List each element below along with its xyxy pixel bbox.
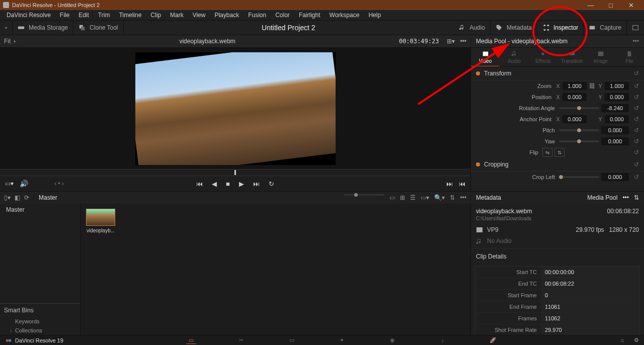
menu-clip[interactable]: Clip: [146, 12, 166, 19]
zoom-x-input[interactable]: 1.000: [562, 82, 587, 90]
view-grid-icon[interactable]: ⊞: [400, 194, 405, 201]
end-frame-value[interactable]: 11061: [541, 301, 639, 312]
menu-playback[interactable]: Playback: [210, 12, 244, 19]
loop-button[interactable]: ↻: [269, 180, 274, 188]
cropleft-reset[interactable]: ↺: [634, 174, 639, 181]
volume-icon[interactable]: 🔊: [20, 180, 28, 188]
shot-fps-value[interactable]: 29.970: [541, 324, 639, 335]
tab-audio[interactable]: Audio: [500, 48, 528, 66]
first-frame-button[interactable]: ⏮: [196, 180, 203, 188]
inspector-options-icon[interactable]: •••: [632, 38, 639, 45]
transform-section-header[interactable]: Transform ↺: [471, 67, 644, 80]
tab-video[interactable]: Video: [471, 48, 500, 66]
bin-master[interactable]: Master: [0, 204, 80, 216]
tab-effects[interactable]: Effects: [529, 48, 557, 66]
refresh-icon[interactable]: ⟳: [24, 194, 29, 201]
close-button[interactable]: ✕: [621, 2, 641, 9]
page-fusion[interactable]: ✦: [337, 337, 347, 344]
scrub-bar[interactable]: [0, 169, 470, 176]
thumb-size-slider[interactable]: [344, 194, 384, 196]
search-icon[interactable]: 🔍▾: [434, 194, 445, 201]
play-button[interactable]: ▶: [239, 180, 244, 188]
rotation-input[interactable]: -8.240: [601, 104, 629, 112]
reset-icon[interactable]: ↺: [634, 70, 639, 77]
settings-icon[interactable]: ⚙: [634, 337, 639, 343]
crop-reset-icon[interactable]: ↺: [634, 161, 639, 168]
inspector-toggle[interactable]: Inspector: [537, 21, 584, 35]
menu-trim[interactable]: Trim: [94, 12, 115, 19]
menu-fusion[interactable]: Fusion: [244, 12, 271, 19]
cropping-enable-dot[interactable]: [476, 162, 480, 166]
pos-x-input[interactable]: 0.000: [562, 93, 587, 101]
maximize-button[interactable]: □: [601, 2, 621, 9]
home-icon[interactable]: ⌂: [620, 337, 624, 343]
timecode-mode-icon[interactable]: ⊞▾: [447, 38, 455, 45]
pitch-reset[interactable]: ↺: [634, 127, 639, 134]
smart-bin-keywords[interactable]: Keywords: [0, 317, 80, 326]
pitch-slider[interactable]: [559, 129, 599, 131]
breadcrumb-master[interactable]: Master: [33, 194, 62, 201]
metadata-toggle[interactable]: Metadata: [491, 21, 537, 35]
sort-meta-icon[interactable]: ⇅: [634, 194, 639, 201]
expand-button[interactable]: ▾: [0, 21, 13, 35]
capture-toggle[interactable]: Capture: [584, 21, 627, 35]
start-tc-value[interactable]: 00:00:00:00: [541, 267, 639, 278]
fullscreen-button[interactable]: [627, 21, 644, 35]
page-edit[interactable]: ▭: [287, 337, 297, 344]
tab-transition[interactable]: Transition: [557, 48, 586, 66]
view-list-icon[interactable]: ☰: [410, 194, 416, 201]
zoom-y-input[interactable]: 1.000: [605, 82, 629, 90]
menu-mark[interactable]: Mark: [166, 12, 188, 19]
viewer-options-icon[interactable]: •••: [460, 38, 466, 45]
frames-value[interactable]: 11062: [541, 313, 639, 324]
menu-file[interactable]: File: [55, 12, 74, 19]
zoom-fit-dropdown[interactable]: Fit ▾: [0, 38, 20, 45]
yaw-slider[interactable]: [559, 140, 599, 142]
pin-icon[interactable]: ◧: [15, 194, 20, 201]
tab-file[interactable]: File: [615, 48, 644, 66]
menu-timeline[interactable]: Timeline: [114, 12, 146, 19]
menu-help[interactable]: Help: [364, 12, 385, 19]
zoom-reset[interactable]: ↺: [634, 82, 639, 90]
clip-item[interactable]: videoplayb...: [86, 209, 116, 233]
crop-left-input[interactable]: 0.000: [601, 173, 629, 181]
clone-tool-toggle[interactable]: Clone Tool: [73, 21, 123, 35]
viewer-canvas[interactable]: [0, 48, 470, 169]
page-media[interactable]: ▭: [186, 337, 196, 344]
menu-color[interactable]: Color: [271, 12, 294, 19]
bin-view-icon[interactable]: ▯▾: [4, 194, 11, 201]
anchor-x-input[interactable]: 0.000: [562, 115, 587, 123]
page-fairlight[interactable]: ♪: [438, 337, 448, 344]
page-deliver[interactable]: 🚀: [488, 337, 498, 344]
rot-reset[interactable]: ↺: [634, 105, 639, 112]
media-pool[interactable]: videoplayb...: [80, 204, 470, 335]
audio-toggle[interactable]: Audio: [453, 21, 491, 35]
meta-options-icon[interactable]: •••: [622, 194, 629, 201]
menu-view[interactable]: View: [188, 12, 210, 19]
pos-y-input[interactable]: 0.000: [605, 93, 629, 101]
anchor-y-input[interactable]: 0.000: [605, 115, 629, 123]
flip-v-button[interactable]: ⇅: [554, 148, 565, 157]
smart-bins-header[interactable]: Smart Bins: [0, 303, 80, 317]
pitch-input[interactable]: 0.000: [601, 126, 629, 134]
options-icon[interactable]: •••: [460, 194, 466, 201]
flip-reset[interactable]: ↺: [634, 149, 639, 156]
rotation-slider[interactable]: [559, 107, 599, 109]
start-frame-value[interactable]: 0: [541, 290, 639, 301]
stop-button[interactable]: ■: [226, 180, 230, 188]
view-filmstrip-icon[interactable]: ▭: [389, 194, 395, 201]
yaw-input[interactable]: 0.000: [601, 137, 629, 145]
viewer-timecode[interactable]: 00:03:49:23: [395, 38, 443, 45]
anchor-reset[interactable]: ↺: [634, 116, 639, 123]
next-frame-button[interactable]: ⏭: [253, 180, 260, 188]
menu-edit[interactable]: Edit: [74, 12, 94, 19]
viewer-mode-icon[interactable]: ▭▾: [5, 180, 14, 187]
playhead[interactable]: [234, 170, 236, 175]
prev-frame-button[interactable]: ◀: [212, 180, 217, 188]
pos-reset[interactable]: ↺: [634, 94, 639, 101]
page-color[interactable]: ◉: [387, 337, 397, 344]
media-storage-toggle[interactable]: Media Storage: [13, 21, 73, 35]
crop-left-slider[interactable]: [559, 176, 599, 178]
minimize-button[interactable]: —: [581, 2, 601, 9]
flip-h-button[interactable]: ⇋: [542, 148, 552, 157]
